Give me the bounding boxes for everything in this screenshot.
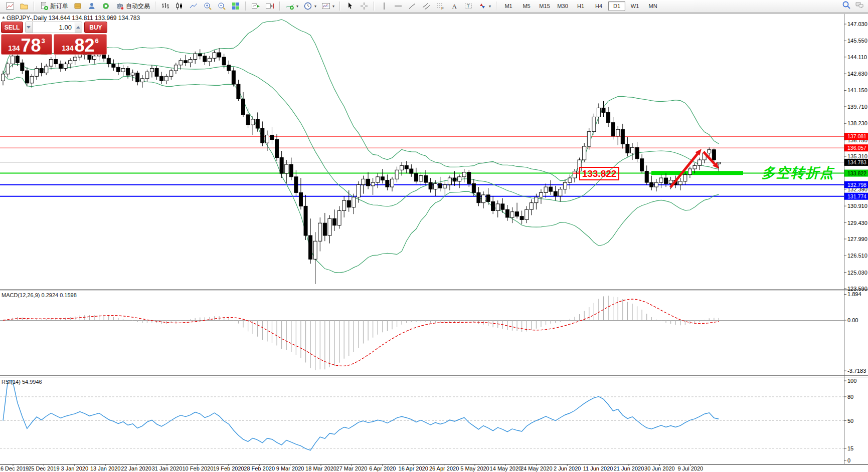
line-chart-button[interactable] (187, 1, 200, 12)
search-button[interactable] (842, 1, 851, 12)
otc-order-row: SELL BUY (1, 22, 107, 33)
zoom-in-button[interactable] (201, 1, 214, 12)
support-band[interactable] (651, 171, 743, 175)
autotrading-button-label: 自动交易 (126, 2, 150, 11)
volume-stepper (25, 22, 82, 33)
autotrading-button[interactable]: 自动交易 (113, 1, 152, 12)
sell-price-prefix: 134 (8, 45, 20, 52)
price-callout-box[interactable]: 133.822 (579, 167, 619, 180)
new-order-button-label: 新订单 (50, 2, 68, 11)
candles-icon (175, 2, 184, 11)
svg-text:18 Mar 2020: 18 Mar 2020 (305, 465, 336, 471)
new-chart-button[interactable] (4, 1, 17, 12)
timeframe-M1-button[interactable]: M1 (500, 1, 517, 11)
new-order-button[interactable]: 新订单 (38, 1, 70, 12)
trendline-icon (408, 2, 417, 11)
zoom-out-icon (217, 2, 226, 11)
chat-button[interactable] (855, 1, 864, 12)
bar-chart-button[interactable] (159, 1, 172, 12)
auto-scroll-button[interactable] (249, 1, 262, 12)
zoom-out-button[interactable] (215, 1, 228, 12)
candlestick-chart-button[interactable] (173, 1, 186, 12)
sell-button[interactable]: SELL (1, 22, 23, 33)
text-label-button[interactable]: T (462, 1, 475, 12)
timeframe-M30-button[interactable]: M30 (554, 1, 571, 11)
buy-price-display[interactable]: 134826 (54, 34, 107, 55)
indicators-button[interactable]: ▾ (283, 1, 300, 12)
toolbar-separator (155, 2, 156, 11)
hline-icon (394, 2, 403, 11)
toolbar-group: ▾▾▾ (282, 1, 338, 12)
svg-text:10 Feb 2020: 10 Feb 2020 (183, 465, 214, 471)
svg-text:123.590: 123.590 (847, 286, 867, 292)
profiles-button[interactable] (18, 1, 31, 12)
chart-collapse-icon[interactable]: ▲ (2, 15, 6, 20)
tile-windows-icon (231, 2, 240, 11)
timeframe-MN-button[interactable]: MN (644, 1, 661, 11)
date-axis: 16 Dec 201925 Dec 20193 Jan 202013 Jan 2… (0, 464, 703, 471)
svg-text:129.430: 129.430 (847, 220, 867, 226)
timeframe-W1-button[interactable]: W1 (626, 1, 643, 11)
svg-text:30 Jun 2020: 30 Jun 2020 (644, 465, 675, 471)
tile-windows-button[interactable] (229, 1, 242, 12)
svg-text:127.990: 127.990 (847, 236, 867, 242)
arrows-button[interactable]: ▾ (476, 1, 493, 12)
crosshair-button[interactable] (358, 1, 371, 12)
market-watch-button[interactable] (71, 1, 84, 12)
svg-text:13 Jan 2020: 13 Jan 2020 (90, 465, 121, 471)
one-click-trading-panel: SELL BUY 134783 134826 (1, 22, 107, 55)
text-button[interactable]: A (448, 1, 461, 12)
volume-decrease-button[interactable] (26, 22, 33, 33)
chart-shift-icon (265, 2, 274, 11)
crosshair-icon (360, 2, 369, 11)
svg-text:16 Dec 2019: 16 Dec 2019 (0, 465, 29, 471)
svg-text:14 May 2020: 14 May 2020 (490, 465, 522, 471)
svg-text:F: F (441, 6, 444, 11)
buy-price-prefix: 134 (62, 45, 73, 52)
timeframe-H1-button[interactable]: H1 (572, 1, 589, 11)
svg-text:22 Jan 2020: 22 Jan 2020 (121, 465, 151, 471)
otc-price-row: 134783 134826 (1, 34, 107, 55)
mt4-window: 新订单自动交易▾▾▾FAT▾M1M5M15M30H1H4D1W1MN 147.0… (0, 0, 868, 472)
chart-background (0, 14, 868, 472)
volume-input[interactable] (33, 22, 75, 33)
svg-text:6 Apr 2020: 6 Apr 2020 (369, 465, 396, 471)
svg-text:139.710: 139.710 (847, 104, 867, 110)
vline-icon (380, 2, 389, 11)
svg-text:31 Jan 2020: 31 Jan 2020 (152, 465, 183, 471)
new-chart-icon (6, 2, 15, 11)
svg-text:19 Feb 2020: 19 Feb 2020 (213, 465, 244, 471)
fibonacci-button[interactable]: F (434, 1, 447, 12)
data-window-button[interactable] (85, 1, 98, 12)
trendline-button[interactable] (406, 1, 419, 12)
templates-button[interactable]: ▾ (319, 1, 336, 12)
chart-shift-button[interactable] (263, 1, 276, 12)
signals-button[interactable] (99, 1, 112, 12)
chevron-down-icon: ▾ (296, 4, 298, 9)
svg-text:9 Mar 2020: 9 Mar 2020 (276, 465, 304, 471)
horizontal-line-button[interactable] (392, 1, 405, 12)
signals-icon (101, 2, 110, 11)
timeframe-H4-button[interactable]: H4 (590, 1, 607, 11)
toolbar-group: 新订单自动交易 (36, 1, 153, 12)
svg-text:144.110: 144.110 (847, 54, 867, 60)
toolbar-group: FAT▾ (376, 1, 494, 12)
text-icon: A (450, 2, 459, 11)
periods-button[interactable]: ▾ (301, 1, 318, 12)
chevron-down-icon: ▾ (314, 4, 316, 9)
timeframe-M5-button[interactable]: M5 (518, 1, 535, 11)
timeframe-M15-button[interactable]: M15 (536, 1, 553, 11)
svg-text:2 Jun 2020: 2 Jun 2020 (554, 465, 581, 471)
svg-text:15: 15 (847, 445, 853, 451)
timeframe-D1-button[interactable]: D1 (608, 1, 625, 11)
chart-canvas[interactable]: 147.030145.550144.110142.630141.150139.7… (0, 0, 868, 472)
zoom-in-icon (203, 2, 212, 11)
cursor-button[interactable] (343, 1, 357, 12)
toolbar-right (842, 1, 866, 12)
vertical-line-button[interactable] (378, 1, 391, 12)
equidistant-channel-button[interactable] (420, 1, 433, 12)
toolbar-separator (496, 2, 497, 11)
sell-price-display[interactable]: 134783 (1, 34, 52, 55)
volume-increase-button[interactable] (75, 22, 82, 33)
buy-button[interactable]: BUY (84, 22, 107, 33)
